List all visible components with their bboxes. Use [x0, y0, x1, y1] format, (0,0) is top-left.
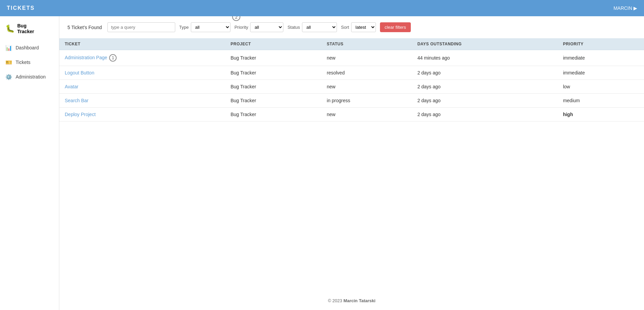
priority-select[interactable]: all immediate high medium low	[250, 22, 283, 32]
app-wrapper: TICKETS MARCIN ▶ 🐛 Bug Tracker 📊 Dashboa…	[0, 0, 644, 310]
footer: © 2023 Marcin Tatarski	[59, 291, 644, 310]
cell-ticket: Logout Button	[59, 66, 225, 80]
sidebar-item-administration-label: Administration	[16, 74, 46, 80]
sort-select[interactable]: latest oldest	[351, 22, 376, 32]
sidebar-item-dashboard-label: Dashboard	[16, 45, 39, 50]
cell-days: 2 days ago	[412, 94, 558, 108]
status-filter-group: Status all new in progress resolved	[287, 22, 337, 32]
cell-priority: low	[558, 80, 644, 94]
ticket-link[interactable]: Logout Button	[65, 70, 94, 75]
bug-tracker-icon: 🐛	[5, 24, 15, 33]
sidebar-nav: 📊 Dashboard 🎫 Tickets ⚙️ Administration	[0, 41, 59, 84]
table-header-row: TICKET PROJECT STATUS DAYS OUTSTANDING P…	[59, 38, 644, 50]
toolbar: 2 5 Ticket's Found Type all bug feature …	[59, 16, 644, 38]
search-input[interactable]	[107, 22, 175, 32]
ticket-link[interactable]: Administration Page	[65, 55, 107, 60]
cell-status: in progress	[321, 94, 412, 108]
cell-project: Bug Tracker	[225, 80, 321, 94]
top-header: TICKETS MARCIN ▶	[0, 0, 644, 16]
cell-project: Bug Tracker	[225, 94, 321, 108]
cell-days: 2 days ago	[412, 66, 558, 80]
footer-text: © 2023 Marcin Tatarski	[328, 298, 375, 303]
clear-filters-button[interactable]: clear filters	[380, 22, 411, 32]
type-filter-group: Type all bug feature enhancement	[179, 22, 230, 32]
status-select[interactable]: all new in progress resolved	[302, 22, 337, 32]
table-row: Deploy ProjectBug Trackernew2 days agohi…	[59, 108, 644, 121]
cell-days: 2 days ago	[412, 80, 558, 94]
cell-ticket: Search Bar	[59, 94, 225, 108]
status-label: Status	[287, 25, 300, 30]
cell-priority: high	[558, 108, 644, 121]
priority-filter-group: Priority all immediate high medium low	[235, 22, 283, 32]
tickets-icon: 🎫	[5, 59, 12, 66]
sidebar-item-tickets[interactable]: 🎫 Tickets	[0, 56, 59, 69]
type-select[interactable]: all bug feature enhancement	[191, 22, 230, 32]
cell-project: Bug Tracker	[225, 66, 321, 80]
cell-status: new	[321, 108, 412, 121]
sort-filter-group: Sort latest oldest	[341, 22, 376, 32]
sidebar-logo-text: Bug Tracker	[17, 23, 34, 35]
page-title: TICKETS	[7, 5, 35, 11]
tickets-found-label: 5 Ticket's Found	[67, 25, 102, 30]
table-row: Search BarBug Trackerin progress2 days a…	[59, 94, 644, 108]
cell-ticket: Deploy Project	[59, 108, 225, 121]
cell-status: new	[321, 80, 412, 94]
priority-label: Priority	[235, 25, 248, 30]
main-content: 2 5 Ticket's Found Type all bug feature …	[59, 16, 644, 310]
table-row: Administration Page1Bug Trackernew44 min…	[59, 50, 644, 66]
col-days: DAYS OUTSTANDING	[412, 38, 558, 50]
col-ticket: TICKET	[59, 38, 225, 50]
cell-days: 44 minutes ago	[412, 50, 558, 66]
cell-status: resolved	[321, 66, 412, 80]
annotation-1: 1	[109, 54, 117, 62]
sidebar: 🐛 Bug Tracker 📊 Dashboard 🎫 Tickets ⚙️ A	[0, 16, 59, 310]
ticket-link[interactable]: Avatar	[65, 84, 78, 89]
user-menu[interactable]: MARCIN ▶	[613, 5, 637, 11]
ticket-link[interactable]: Deploy Project	[65, 112, 96, 117]
col-project: PROJECT	[225, 38, 321, 50]
ticket-link[interactable]: Search Bar	[65, 98, 88, 103]
type-label: Type	[179, 25, 189, 30]
cell-priority: immediate	[558, 66, 644, 80]
sort-label: Sort	[341, 25, 349, 30]
table-row: AvatarBug Trackernew2 days agolow	[59, 80, 644, 94]
cell-status: new	[321, 50, 412, 66]
dashboard-icon: 📊	[5, 45, 12, 51]
annotation-2: 2	[232, 16, 240, 21]
main-layout: 🐛 Bug Tracker 📊 Dashboard 🎫 Tickets ⚙️ A	[0, 16, 644, 310]
cell-priority: immediate	[558, 50, 644, 66]
col-priority: PRIORITY	[558, 38, 644, 50]
cell-ticket: Administration Page1	[59, 50, 225, 66]
administration-icon: ⚙️	[5, 74, 12, 80]
table-row: Logout ButtonBug Trackerresolved2 days a…	[59, 66, 644, 80]
sidebar-item-administration[interactable]: ⚙️ Administration	[0, 70, 59, 84]
tickets-table: TICKET PROJECT STATUS DAYS OUTSTANDING P…	[59, 38, 644, 121]
sidebar-logo: 🐛 Bug Tracker	[0, 23, 59, 41]
cell-project: Bug Tracker	[225, 50, 321, 66]
sidebar-item-dashboard[interactable]: 📊 Dashboard	[0, 41, 59, 54]
cell-project: Bug Tracker	[225, 108, 321, 121]
cell-days: 2 days ago	[412, 108, 558, 121]
col-status: STATUS	[321, 38, 412, 50]
cell-ticket: Avatar	[59, 80, 225, 94]
cell-priority: medium	[558, 94, 644, 108]
sidebar-item-tickets-label: Tickets	[16, 60, 31, 65]
